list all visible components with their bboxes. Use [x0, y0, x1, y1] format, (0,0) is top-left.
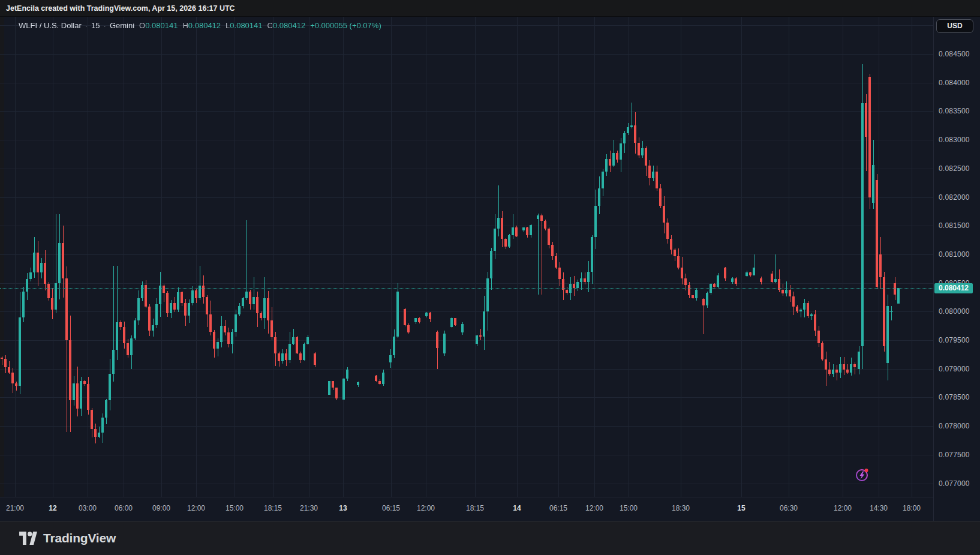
low-value: 0.080141: [230, 21, 262, 30]
time-axis-label: 06:00: [115, 504, 133, 512]
time-axis-label: 14:30: [870, 504, 888, 512]
price-axis-label: 0.082000: [939, 193, 970, 202]
time-axis-label: 18:15: [264, 504, 282, 512]
time-axis-label: 18:30: [672, 504, 690, 512]
price-axis-label: 0.077500: [939, 451, 970, 459]
close-value: 0.080412: [273, 21, 305, 30]
interval-label[interactable]: 15: [91, 21, 100, 30]
time-axis-label: 18:00: [903, 504, 921, 512]
time-axis-label: 15: [737, 504, 745, 512]
change-value: +0.000055 (+0.07%): [310, 21, 381, 30]
time-axis-label: 12:00: [187, 504, 205, 512]
time-axis-label: 03:00: [79, 504, 97, 512]
time-axis-label: 12: [49, 504, 56, 512]
price-axis-label: 0.081500: [939, 221, 970, 230]
tradingview-logo-text[interactable]: TradingView: [43, 531, 116, 545]
price-axis-label: 0.079000: [939, 365, 970, 373]
price-axis-label: 0.078000: [939, 422, 970, 430]
footer-bar: TradingView: [0, 521, 980, 555]
time-axis-label: 15:00: [226, 504, 244, 512]
time-axis-label: 09:00: [152, 504, 170, 512]
time-axis-label: 21:30: [300, 504, 318, 512]
alert-dot-icon: [865, 469, 868, 472]
currency-unit-button[interactable]: USD: [936, 19, 973, 33]
lightning-boost-button[interactable]: [854, 467, 870, 482]
attribution-bar: JetEncila created with TradingView.com, …: [0, 0, 980, 17]
symbol-legend: WLFI / U.S. Dollar·15·GeminiO0.080141H0.…: [19, 21, 381, 32]
open-value: 0.080141: [145, 21, 178, 30]
time-axis-label: 12:00: [834, 504, 852, 512]
price-axis-label: 0.083500: [939, 107, 970, 115]
price-axis-label: 0.081000: [939, 250, 970, 259]
current-price-tag: 0.080412: [934, 283, 973, 293]
high-label: H: [182, 21, 188, 30]
candlestick-chart-canvas[interactable]: [0, 17, 933, 497]
current-price-line: [0, 288, 933, 289]
time-axis-label: 06:30: [780, 504, 798, 512]
price-axis-label: 0.079500: [939, 336, 970, 344]
time-axis-label: 06:15: [549, 504, 567, 512]
tradingview-chart-window: JetEncila created with TradingView.com, …: [0, 0, 980, 555]
time-axis-label: 14: [513, 504, 521, 512]
time-axis-label: 21:00: [6, 504, 24, 512]
price-axis-label: 0.084500: [939, 50, 970, 58]
lightning-icon: [854, 467, 870, 482]
price-axis-label: 0.078500: [939, 393, 970, 401]
tradingview-logo-icon[interactable]: [19, 532, 37, 545]
close-label: C: [267, 21, 273, 30]
time-axis-label: 06:15: [382, 504, 400, 512]
legend-separator: ·: [85, 21, 88, 30]
price-axis-label: 0.082500: [939, 164, 970, 173]
price-axis[interactable]: USD 0.080412 0.0845000.0840000.0835000.0…: [933, 17, 980, 521]
price-axis-label: 0.084000: [939, 79, 970, 87]
time-axis[interactable]: 21:001203:0006:0009:0012:0015:0018:1521:…: [0, 497, 980, 521]
open-label: O: [139, 21, 145, 30]
legend-separator: ·: [104, 21, 106, 30]
price-axis-label: 0.083000: [939, 136, 970, 144]
symbol-name[interactable]: WLFI / U.S. Dollar: [19, 21, 82, 30]
price-axis-label: 0.077000: [939, 479, 970, 488]
price-axis-label: 0.080000: [939, 307, 970, 316]
attribution-text: JetEncila created with TradingView.com, …: [6, 4, 235, 13]
high-value: 0.080412: [188, 21, 221, 30]
exchange-label: Gemini: [110, 21, 134, 30]
chart-area: WLFI / U.S. Dollar·15·GeminiO0.080141H0.…: [0, 17, 980, 521]
time-axis-label: 13: [339, 504, 347, 512]
time-axis-label: 12:00: [417, 504, 435, 512]
time-axis-label: 12:00: [585, 504, 603, 512]
time-axis-label: 18:15: [466, 504, 484, 512]
time-axis-label: 15:00: [620, 504, 638, 512]
